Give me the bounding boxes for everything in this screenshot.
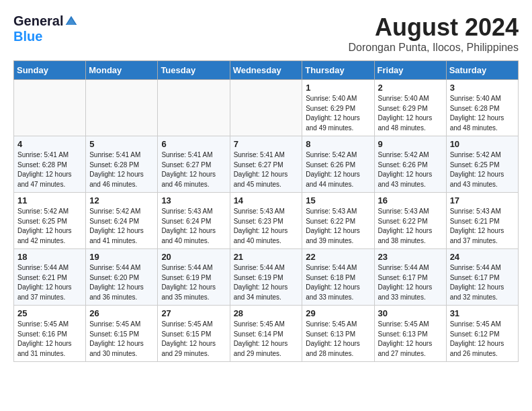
location-title: Dorongan Punta, Ilocos, Philippines	[349, 42, 519, 54]
day-info: Sunrise: 5:41 AM Sunset: 6:27 PM Dayligh…	[234, 150, 299, 189]
calendar-cell: 19Sunrise: 5:44 AM Sunset: 6:20 PM Dayli…	[86, 249, 158, 306]
calendar-cell: 18Sunrise: 5:44 AM Sunset: 6:21 PM Dayli…	[14, 249, 86, 306]
logo: General Blue	[13, 13, 78, 44]
day-info: Sunrise: 5:44 AM Sunset: 6:17 PM Dayligh…	[378, 263, 443, 302]
day-number: 1	[306, 83, 370, 93]
calendar-cell: 20Sunrise: 5:44 AM Sunset: 6:19 PM Dayli…	[158, 249, 230, 306]
day-info: Sunrise: 5:42 AM Sunset: 6:24 PM Dayligh…	[89, 207, 154, 246]
calendar-cell: 22Sunrise: 5:44 AM Sunset: 6:18 PM Dayli…	[302, 249, 374, 306]
calendar-cell: 17Sunrise: 5:43 AM Sunset: 6:21 PM Dayli…	[446, 193, 518, 249]
calendar-week-row: 1Sunrise: 5:40 AM Sunset: 6:29 PM Daylig…	[14, 80, 519, 136]
title-section: August 2024 Dorongan Punta, Ilocos, Phil…	[349, 13, 519, 54]
day-info: Sunrise: 5:44 AM Sunset: 6:18 PM Dayligh…	[306, 263, 370, 302]
logo-general: General	[13, 13, 63, 29]
calendar-day-header: Friday	[374, 61, 446, 80]
day-number: 2	[378, 83, 443, 93]
calendar-cell	[158, 80, 230, 136]
calendar-cell: 24Sunrise: 5:44 AM Sunset: 6:17 PM Dayli…	[446, 249, 518, 306]
calendar: SundayMondayTuesdayWednesdayThursdayFrid…	[13, 60, 519, 362]
day-info: Sunrise: 5:44 AM Sunset: 6:19 PM Dayligh…	[234, 263, 299, 302]
day-number: 20	[161, 252, 226, 262]
day-info: Sunrise: 5:45 AM Sunset: 6:15 PM Dayligh…	[89, 320, 154, 359]
calendar-cell: 12Sunrise: 5:42 AM Sunset: 6:24 PM Dayli…	[86, 193, 158, 249]
day-info: Sunrise: 5:45 AM Sunset: 6:16 PM Dayligh…	[17, 320, 82, 359]
day-number: 4	[17, 139, 82, 149]
day-number: 22	[306, 252, 370, 262]
day-info: Sunrise: 5:40 AM Sunset: 6:29 PM Dayligh…	[378, 94, 443, 133]
calendar-cell: 11Sunrise: 5:42 AM Sunset: 6:25 PM Dayli…	[14, 193, 86, 249]
calendar-cell: 1Sunrise: 5:40 AM Sunset: 6:29 PM Daylig…	[302, 80, 374, 136]
calendar-cell: 25Sunrise: 5:45 AM Sunset: 6:16 PM Dayli…	[14, 306, 86, 362]
calendar-cell: 29Sunrise: 5:45 AM Sunset: 6:13 PM Dayli…	[302, 306, 374, 362]
month-title: August 2024	[349, 13, 519, 42]
calendar-cell	[230, 80, 302, 136]
day-number: 24	[450, 252, 515, 262]
calendar-week-row: 4Sunrise: 5:41 AM Sunset: 6:28 PM Daylig…	[14, 136, 519, 193]
calendar-day-header: Thursday	[302, 61, 374, 80]
page-header: General Blue August 2024 Dorongan Punta,…	[13, 13, 519, 54]
day-info: Sunrise: 5:42 AM Sunset: 6:25 PM Dayligh…	[17, 207, 82, 246]
day-number: 31	[450, 308, 515, 318]
calendar-cell: 27Sunrise: 5:45 AM Sunset: 6:15 PM Dayli…	[158, 306, 230, 362]
day-number: 5	[89, 139, 154, 149]
day-number: 19	[89, 252, 154, 262]
day-info: Sunrise: 5:41 AM Sunset: 6:27 PM Dayligh…	[161, 150, 226, 189]
day-info: Sunrise: 5:43 AM Sunset: 6:22 PM Dayligh…	[306, 207, 370, 246]
day-info: Sunrise: 5:44 AM Sunset: 6:20 PM Dayligh…	[89, 263, 154, 302]
calendar-cell: 6Sunrise: 5:41 AM Sunset: 6:27 PM Daylig…	[158, 136, 230, 193]
calendar-cell: 4Sunrise: 5:41 AM Sunset: 6:28 PM Daylig…	[14, 136, 86, 193]
day-info: Sunrise: 5:44 AM Sunset: 6:19 PM Dayligh…	[161, 263, 226, 302]
calendar-cell	[86, 80, 158, 136]
day-number: 11	[17, 195, 82, 205]
day-info: Sunrise: 5:41 AM Sunset: 6:28 PM Dayligh…	[17, 150, 82, 189]
day-number: 30	[378, 308, 443, 318]
day-info: Sunrise: 5:43 AM Sunset: 6:24 PM Dayligh…	[161, 207, 226, 246]
day-number: 3	[450, 83, 515, 93]
calendar-cell: 26Sunrise: 5:45 AM Sunset: 6:15 PM Dayli…	[86, 306, 158, 362]
calendar-week-row: 11Sunrise: 5:42 AM Sunset: 6:25 PM Dayli…	[14, 193, 519, 249]
day-info: Sunrise: 5:44 AM Sunset: 6:21 PM Dayligh…	[17, 263, 82, 302]
calendar-day-header: Wednesday	[230, 61, 302, 80]
logo-blue: Blue	[13, 29, 42, 44]
day-number: 16	[378, 195, 443, 205]
calendar-cell: 7Sunrise: 5:41 AM Sunset: 6:27 PM Daylig…	[230, 136, 302, 193]
calendar-day-header: Monday	[86, 61, 158, 80]
day-number: 27	[161, 308, 226, 318]
day-info: Sunrise: 5:41 AM Sunset: 6:28 PM Dayligh…	[89, 150, 154, 189]
day-number: 21	[234, 252, 299, 262]
day-number: 6	[161, 139, 226, 149]
day-info: Sunrise: 5:45 AM Sunset: 6:13 PM Dayligh…	[306, 320, 370, 359]
calendar-cell: 13Sunrise: 5:43 AM Sunset: 6:24 PM Dayli…	[158, 193, 230, 249]
calendar-cell: 23Sunrise: 5:44 AM Sunset: 6:17 PM Dayli…	[374, 249, 446, 306]
calendar-cell: 10Sunrise: 5:42 AM Sunset: 6:25 PM Dayli…	[446, 136, 518, 193]
calendar-cell: 21Sunrise: 5:44 AM Sunset: 6:19 PM Dayli…	[230, 249, 302, 306]
calendar-cell: 2Sunrise: 5:40 AM Sunset: 6:29 PM Daylig…	[374, 80, 446, 136]
day-number: 13	[161, 195, 226, 205]
calendar-cell: 30Sunrise: 5:45 AM Sunset: 6:13 PM Dayli…	[374, 306, 446, 362]
calendar-cell: 28Sunrise: 5:45 AM Sunset: 6:14 PM Dayli…	[230, 306, 302, 362]
day-info: Sunrise: 5:44 AM Sunset: 6:17 PM Dayligh…	[450, 263, 515, 302]
day-number: 26	[89, 308, 154, 318]
day-info: Sunrise: 5:40 AM Sunset: 6:28 PM Dayligh…	[450, 94, 515, 133]
day-number: 29	[306, 308, 370, 318]
day-info: Sunrise: 5:45 AM Sunset: 6:13 PM Dayligh…	[378, 320, 443, 359]
calendar-cell: 15Sunrise: 5:43 AM Sunset: 6:22 PM Dayli…	[302, 193, 374, 249]
calendar-cell: 9Sunrise: 5:42 AM Sunset: 6:26 PM Daylig…	[374, 136, 446, 193]
calendar-day-header: Tuesday	[158, 61, 230, 80]
day-info: Sunrise: 5:40 AM Sunset: 6:29 PM Dayligh…	[306, 94, 370, 133]
logo-icon	[64, 15, 78, 28]
day-number: 10	[450, 139, 515, 149]
day-info: Sunrise: 5:43 AM Sunset: 6:21 PM Dayligh…	[450, 207, 515, 246]
calendar-cell	[14, 80, 86, 136]
calendar-cell: 14Sunrise: 5:43 AM Sunset: 6:23 PM Dayli…	[230, 193, 302, 249]
calendar-cell: 8Sunrise: 5:42 AM Sunset: 6:26 PM Daylig…	[302, 136, 374, 193]
day-info: Sunrise: 5:42 AM Sunset: 6:26 PM Dayligh…	[306, 150, 370, 189]
day-number: 23	[378, 252, 443, 262]
calendar-day-header: Sunday	[14, 61, 86, 80]
day-number: 7	[234, 139, 299, 149]
calendar-week-row: 25Sunrise: 5:45 AM Sunset: 6:16 PM Dayli…	[14, 306, 519, 362]
day-info: Sunrise: 5:43 AM Sunset: 6:23 PM Dayligh…	[234, 207, 299, 246]
day-number: 14	[234, 195, 299, 205]
day-number: 25	[17, 308, 82, 318]
day-info: Sunrise: 5:42 AM Sunset: 6:26 PM Dayligh…	[378, 150, 443, 189]
